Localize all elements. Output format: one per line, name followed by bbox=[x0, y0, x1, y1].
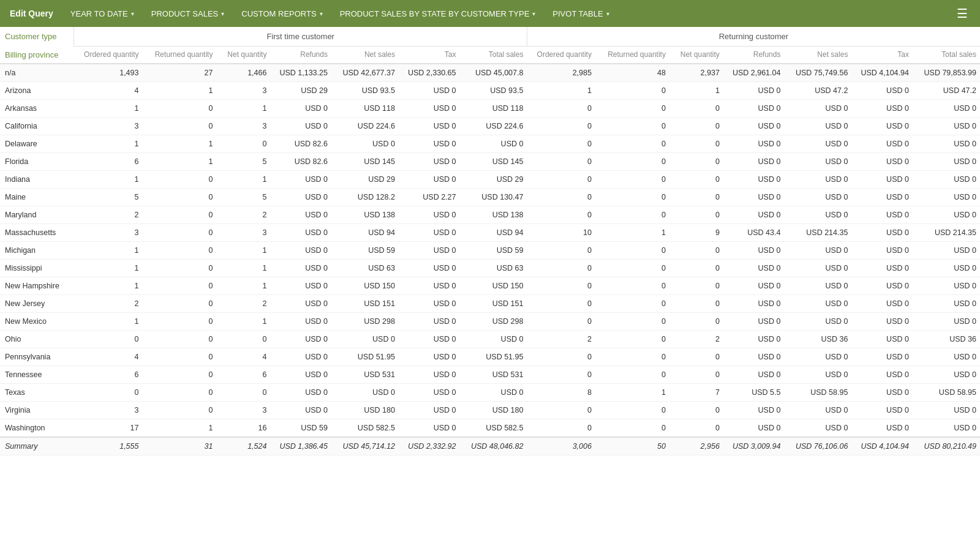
product-sales-menu[interactable]: PRODUCT SALES ▾ bbox=[143, 0, 233, 27]
rc-refunds-col-header: Refunds bbox=[723, 47, 785, 64]
chevron-down-icon: ▾ bbox=[131, 10, 134, 17]
ft-refunds-col-header: Refunds bbox=[270, 47, 331, 64]
report-title-label: PRODUCT SALES BY STATE BY CUSTOMER TYPE bbox=[340, 9, 530, 18]
table-row: Washington17116USD 59USD 582.5USD 0USD 5… bbox=[0, 419, 980, 437]
ft-tax-col-header: Tax bbox=[399, 47, 460, 64]
table-row: Michigan101USD 0USD 59USD 0USD 59000USD … bbox=[0, 241, 980, 259]
first-time-customer-header: First time customer bbox=[74, 27, 527, 47]
year-to-date-label: YEAR TO DATE bbox=[70, 9, 128, 18]
table-row: California303USD 0USD 224.6USD 0USD 224.… bbox=[0, 117, 980, 135]
hamburger-menu-button[interactable]: ☰ bbox=[952, 6, 973, 21]
edit-query-button[interactable]: Edit Query bbox=[7, 0, 62, 27]
summary-row: Summary1,555311,524USD 1,386.45USD 45,71… bbox=[0, 437, 980, 455]
table-row: Arizona413USD 29USD 93.5USD 0USD 93.5101… bbox=[0, 81, 980, 99]
chevron-down-icon: ▾ bbox=[320, 10, 323, 17]
rc-net-qty-col-header: Net quantity bbox=[669, 47, 723, 64]
table-row: Texas000USD 0USD 0USD 0USD 0817USD 5.5US… bbox=[0, 383, 980, 401]
table-row: n/a1,493271,466USD 1,133.25USD 42,677.37… bbox=[0, 64, 980, 82]
table-row: Maine505USD 0USD 128.2USD 2.27USD 130.47… bbox=[0, 188, 980, 206]
report-table: Customer type First time customer Return… bbox=[0, 27, 980, 455]
rc-net-sales-col-header: Net sales bbox=[784, 47, 851, 64]
year-to-date-menu[interactable]: YEAR TO DATE ▾ bbox=[62, 0, 143, 27]
returning-customer-header: Returning customer bbox=[527, 27, 980, 47]
top-navigation: Edit Query YEAR TO DATE ▾ PRODUCT SALES … bbox=[0, 0, 980, 27]
table-row: New Jersey202USD 0USD 151USD 0USD 151000… bbox=[0, 294, 980, 312]
table-row: Mississippi101USD 0USD 63USD 0USD 63000U… bbox=[0, 259, 980, 277]
customer-type-header: Customer type bbox=[0, 27, 74, 47]
rc-ordered-qty-col-header: Ordered quantity bbox=[527, 47, 595, 64]
ft-net-sales-col-header: Net sales bbox=[331, 47, 399, 64]
report-table-container: Customer type First time customer Return… bbox=[0, 27, 980, 455]
chevron-down-icon: ▾ bbox=[221, 10, 224, 17]
table-body: n/a1,493271,466USD 1,133.25USD 42,677.37… bbox=[0, 64, 980, 455]
table-row: Delaware110USD 82.6USD 0USD 0USD 0000USD… bbox=[0, 135, 980, 152]
table-row: Maryland202USD 0USD 138USD 0USD 138000US… bbox=[0, 206, 980, 223]
rc-tax-col-header: Tax bbox=[851, 47, 913, 64]
report-title-menu[interactable]: PRODUCT SALES BY STATE BY CUSTOMER TYPE … bbox=[331, 0, 545, 27]
edit-query-label: Edit Query bbox=[10, 9, 53, 18]
chevron-down-icon: ▾ bbox=[606, 10, 609, 17]
custom-reports-menu[interactable]: CUSTOM REPORTS ▾ bbox=[233, 0, 331, 27]
table-row: Arkansas101USD 0USD 118USD 0USD 118000US… bbox=[0, 99, 980, 117]
ft-ordered-qty-col-header: Ordered quantity bbox=[74, 47, 143, 64]
rc-returned-qty-col-header: Returned quantity bbox=[595, 47, 669, 64]
table-row: Tennessee606USD 0USD 531USD 0USD 531000U… bbox=[0, 365, 980, 383]
table-row: Massachusetts303USD 0USD 94USD 0USD 9410… bbox=[0, 223, 980, 241]
table-row: New Hampshire101USD 0USD 150USD 0USD 150… bbox=[0, 277, 980, 294]
pivot-table-label: PIVOT TABLE bbox=[552, 9, 603, 18]
table-row: Virginia303USD 0USD 180USD 0USD 180000US… bbox=[0, 401, 980, 419]
billing-province-col-header: Billing province bbox=[0, 47, 74, 64]
ft-returned-qty-col-header: Returned quantity bbox=[142, 47, 216, 64]
table-row: Ohio000USD 0USD 0USD 0USD 0202USD 0USD 3… bbox=[0, 330, 980, 348]
ft-total-sales-col-header: Total sales bbox=[459, 47, 527, 64]
rc-total-sales-col-header: Total sales bbox=[913, 47, 980, 64]
chevron-down-icon: ▾ bbox=[532, 10, 535, 17]
table-row: Indiana101USD 0USD 29USD 0USD 29000USD 0… bbox=[0, 170, 980, 188]
ft-net-qty-col-header: Net quantity bbox=[216, 47, 270, 64]
pivot-table-menu[interactable]: PIVOT TABLE ▾ bbox=[544, 0, 617, 27]
table-row: Pennsylvania404USD 0USD 51.95USD 0USD 51… bbox=[0, 348, 980, 365]
table-row: New Mexico101USD 0USD 298USD 0USD 298000… bbox=[0, 312, 980, 330]
table-row: Florida615USD 82.6USD 145USD 0USD 145000… bbox=[0, 152, 980, 170]
custom-reports-label: CUSTOM REPORTS bbox=[241, 9, 316, 18]
product-sales-label: PRODUCT SALES bbox=[151, 9, 219, 18]
